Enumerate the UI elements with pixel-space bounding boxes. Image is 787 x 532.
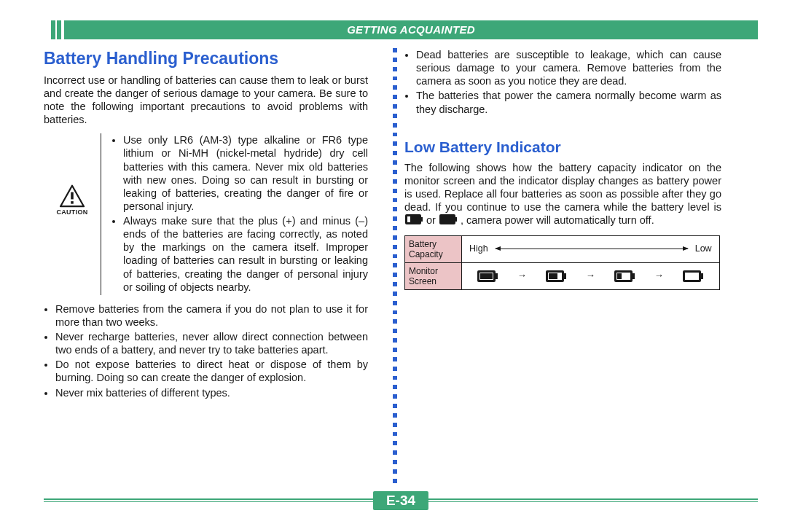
arrow-right-icon: → [654,270,664,281]
svg-rect-22 [685,273,699,280]
caution-text: Use only LR6 (AM-3) type alkaline or FR6… [101,133,368,295]
svg-rect-13 [564,273,566,279]
list-item: Always make sure that the plus (+) and m… [123,214,368,294]
precaution-list: Remove batteries from the camera if you … [44,302,368,399]
battery-table: Battery Capacity High Low Monitor Screen… [404,235,720,290]
arrow-right-icon: → [586,270,595,281]
arrow-right-icon: → [517,270,527,281]
list-item: Remove batteries from the camera if you … [55,302,368,329]
caution-label: CAUTION [44,208,101,216]
battery-icon-low [405,214,423,227]
section-title: GETTING ACQUAINTED [64,20,758,39]
caution-icon-block: CAUTION [44,133,101,295]
label-high: High [469,243,488,255]
svg-rect-5 [439,214,455,224]
table-row: Monitor Screen → → → [405,263,719,289]
battery-full-icon [477,270,498,282]
double-arrow-icon [496,249,688,249]
list-item: Dead batteries are susceptible to leakag… [416,48,721,87]
caution-box: CAUTION Use only LR6 (AM-3) type alkalin… [44,133,368,295]
list-item: The batteries that power the camera norm… [416,89,721,115]
svg-rect-4 [407,216,410,222]
header-accent [57,20,61,39]
cell-capacity-scale: High Low [462,236,719,262]
low-battery-paragraph: The following shows how the battery capa… [404,161,721,228]
list-item: Never mix batteries of different types. [55,386,368,399]
text-fragment: , camera power will automatically turn o… [461,214,654,226]
svg-rect-1 [71,201,74,204]
column-divider [393,48,397,488]
label-low: Low [695,243,712,255]
svg-rect-8 [496,273,498,279]
heading-precautions: Battery Handling Precautions [44,48,368,69]
svg-rect-19 [617,273,622,279]
battery-one-third-icon [614,270,635,282]
text-fragment: or [426,214,439,226]
list-item: Do not expose batteries to direct heat o… [55,358,368,384]
table-row: Battery Capacity High Low [405,236,719,263]
svg-rect-17 [633,273,635,279]
svg-rect-15 [549,273,557,279]
page-number: E-34 [373,491,428,510]
svg-rect-3 [421,217,423,222]
cell-battery-capacity: Battery Capacity [405,236,462,262]
list-item: Never recharge batteries, never allow di… [55,330,368,356]
svg-rect-11 [480,273,493,279]
warning-triangle-icon [59,184,85,208]
list-item: Use only LR6 (AM-3) type alkaline or FR6… [123,133,368,213]
cell-monitor-screen: Monitor Screen [405,263,462,289]
battery-icon-empty [439,214,457,227]
header-accent [51,20,55,39]
left-column: Battery Handling Precautions Incorrect u… [44,48,383,478]
battery-two-thirds-icon [546,270,566,282]
svg-rect-21 [701,273,703,279]
content-columns: Battery Handling Precautions Incorrect u… [44,48,758,478]
svg-rect-6 [455,217,457,222]
text-fragment: The following shows how the battery capa… [404,162,721,213]
section-header: GETTING ACQUAINTED [44,20,758,39]
cell-battery-icons: → → → [462,263,719,289]
heading-low-battery: Low Battery Indicator [404,138,721,157]
battery-empty-icon [683,270,703,282]
intro-paragraph: Incorrect use or handling of batteries c… [44,74,368,127]
manual-page: GETTING ACQUAINTED Battery Handling Prec… [0,0,787,532]
svg-rect-0 [71,192,74,200]
right-column: Dead batteries are susceptible to leakag… [383,48,721,478]
page-footer: E-34 [44,496,758,517]
